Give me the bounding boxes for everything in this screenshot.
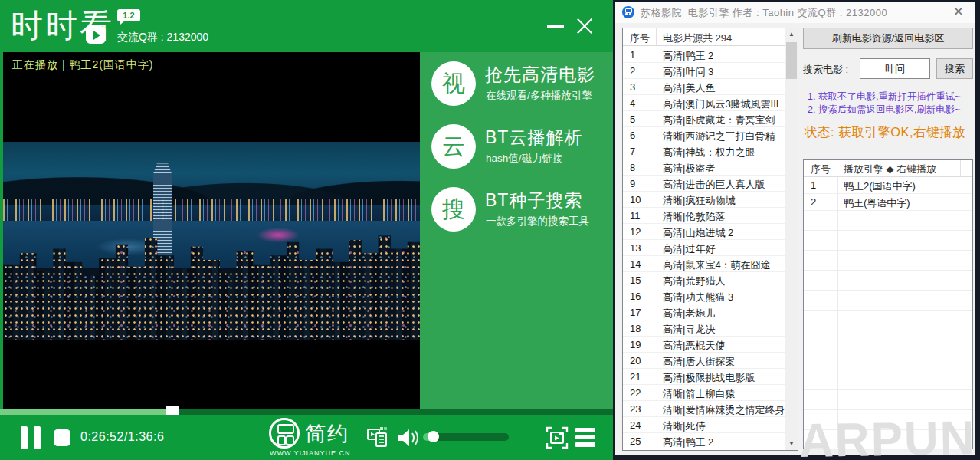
movie-row-title: 高清|极限挑战电影版 bbox=[657, 369, 785, 384]
movie-row-index: 23 bbox=[623, 401, 657, 416]
movie-row[interactable]: 20 高清|唐人街探案 bbox=[623, 353, 785, 369]
movie-row-title: 高清|卧虎藏龙：青冥宝剑 bbox=[657, 111, 785, 127]
movie-row-title: 清晰|爱情麻辣烫之情定终身 bbox=[657, 401, 785, 416]
scroll-down-icon[interactable]: ▼ bbox=[785, 438, 798, 450]
movie-row-title: 高清|老炮儿 bbox=[657, 304, 785, 320]
popup-player-icon[interactable] bbox=[546, 426, 569, 449]
movie-row-index: 13 bbox=[623, 240, 657, 255]
engine-row-index: 1 bbox=[804, 177, 837, 193]
movie-col-title: 电影片源共 294 bbox=[657, 28, 798, 45]
movie-row-title: 清晰|死侍 bbox=[657, 417, 785, 432]
volume-slider[interactable] bbox=[423, 433, 509, 441]
movie-row-title: 清晰|疯狂动物城 bbox=[657, 192, 785, 207]
refresh-movies-button[interactable]: 刷新电影资源/返回电影区 bbox=[803, 28, 973, 49]
movie-row[interactable]: 1 高清|鸭王 2 bbox=[623, 47, 785, 63]
movie-row[interactable]: 11 清晰|伦敦陷落 bbox=[623, 208, 785, 224]
movie-row-index: 9 bbox=[623, 176, 657, 191]
engine-col-index: 序号 bbox=[804, 160, 837, 176]
movie-row-index: 15 bbox=[623, 272, 657, 288]
movie-row[interactable]: 14 高清|鼠来宝4：萌在囧途 bbox=[623, 256, 785, 272]
search-input[interactable] bbox=[860, 58, 930, 79]
movie-row[interactable]: 10 清晰|疯狂动物城 bbox=[623, 192, 785, 208]
seek-bar[interactable] bbox=[0, 409, 613, 415]
engine-row[interactable]: 2 鸭王(粤语中字) bbox=[804, 194, 972, 211]
menu-item-subtitle: 一款多引擎的搜索工具 bbox=[486, 215, 589, 228]
movie-row[interactable]: 21 高清|极限挑战电影版 bbox=[623, 369, 785, 385]
movie-row-title: 清晰|箭士柳白猿 bbox=[657, 385, 785, 400]
playlist-icon[interactable] bbox=[366, 426, 389, 449]
movie-row-index: 2 bbox=[623, 63, 657, 78]
plugin-window: 苏格影院_电影引擎 作者 : Taohin 交流Q群 : 2132000 ✕ 序… bbox=[613, 0, 980, 460]
video-frame bbox=[3, 142, 420, 340]
engine-row[interactable]: 1 鸭王2(国语中字) bbox=[804, 177, 972, 194]
menu-circle-icon: 视 bbox=[431, 61, 476, 106]
plugin-window-body: 苏格影院_电影引擎 作者 : Taohin 交流Q群 : 2132000 ✕ 序… bbox=[615, 2, 975, 455]
movie-list-scrollbar[interactable]: ▲ ▼ bbox=[785, 28, 798, 450]
movie-row[interactable]: 22 清晰|箭士柳白猿 bbox=[623, 385, 785, 401]
engine-row-title: 鸭王(粤语中字) bbox=[837, 194, 972, 210]
menu-item[interactable]: 云 BT云播解析 hash值/磁力链接 bbox=[420, 121, 613, 178]
movie-row[interactable]: 19 高清|恶棍天使 bbox=[623, 337, 785, 353]
stop-button[interactable] bbox=[54, 429, 70, 446]
movie-row[interactable]: 3 高清|美人鱼 bbox=[623, 79, 785, 95]
movie-row[interactable]: 4 高清|澳门风云3赌城風雲III bbox=[623, 95, 785, 111]
menu-icon[interactable] bbox=[575, 428, 595, 447]
status-text: 状态: 获取引擎OK,右键播放 bbox=[805, 124, 965, 141]
qq-group-label: 交流Q群 : 2132000 bbox=[117, 31, 208, 44]
movie-row[interactable]: 17 高清|老炮儿 bbox=[623, 304, 785, 320]
movie-row[interactable]: 8 高清|极盗者 bbox=[623, 159, 785, 176]
movie-row[interactable]: 7 高清|神战：权力之眼 bbox=[623, 143, 785, 159]
movie-row-index: 10 bbox=[623, 192, 657, 207]
movie-row-title: 高清|极盗者 bbox=[657, 159, 785, 175]
movie-row-index: 11 bbox=[623, 208, 657, 223]
movie-row[interactable]: 9 高清|进击的巨人真人版 bbox=[623, 176, 785, 192]
scroll-up-icon[interactable]: ▲ bbox=[785, 28, 798, 41]
search-button[interactable]: 搜索 bbox=[936, 58, 973, 79]
engine-row-title: 鸭王2(国语中字) bbox=[837, 177, 972, 193]
movie-row[interactable]: 6 清晰|西游记之三打白骨精 bbox=[623, 127, 785, 143]
time-display: 0:26:52/1:36:6 bbox=[80, 430, 164, 444]
pause-button[interactable] bbox=[21, 426, 41, 449]
movie-row[interactable]: 23 清晰|爱情麻辣烫之情定终身 bbox=[623, 401, 785, 417]
movie-row-index: 21 bbox=[623, 369, 657, 384]
plugin-app-icon bbox=[622, 6, 634, 18]
movie-row-title: 高清|美人鱼 bbox=[657, 79, 785, 94]
menu-item[interactable]: 搜 BT种子搜索 一款多引擎的搜索工具 bbox=[420, 184, 613, 241]
yijianyue-logo-icon bbox=[269, 418, 300, 449]
movie-row-title: 高清|澳门风云3赌城風雲III bbox=[657, 95, 785, 110]
movie-row-title: 高清|神战：权力之眼 bbox=[657, 143, 785, 159]
movie-row-index: 3 bbox=[623, 79, 657, 94]
movie-row[interactable]: 5 高清|卧虎藏龙：青冥宝剑 bbox=[623, 111, 785, 127]
brand-url: WWW.YIJIANYUE.CN bbox=[270, 449, 351, 457]
engine-table-divider bbox=[837, 177, 838, 448]
watermark: ARPUN bbox=[798, 410, 976, 460]
screen: 时时看 1.2 交流Q群 : 2132000 正在播放 | 鸭王2(国语中字) … bbox=[0, 0, 980, 460]
movie-row-title: 高清|山炮进城 2 bbox=[657, 224, 785, 239]
movie-row-index: 24 bbox=[623, 417, 657, 432]
movie-row[interactable]: 13 高清|过年好 bbox=[623, 240, 785, 256]
video-area[interactable]: 正在播放 | 鸭王2(国语中字) bbox=[0, 52, 420, 409]
menu-circle-icon: 云 bbox=[431, 124, 476, 169]
movie-row-index: 12 bbox=[623, 224, 657, 239]
menu-item-subtitle: 在线观看/多种播放引擎 bbox=[486, 89, 592, 103]
volume-icon[interactable] bbox=[396, 427, 419, 449]
movie-row-index: 4 bbox=[623, 95, 657, 110]
scrollbar-thumb[interactable] bbox=[786, 42, 797, 79]
movie-row[interactable]: 12 高清|山炮进城 2 bbox=[623, 224, 785, 240]
engine-table-header: 序号 播放引擎 ◆ 右键播放 bbox=[804, 160, 972, 177]
movie-row-index: 22 bbox=[623, 385, 657, 400]
movie-row[interactable]: 24 清晰|死侍 bbox=[623, 417, 785, 433]
tip-line-1: 1. 获取不了电影,重新打开插件重试~ bbox=[808, 90, 961, 104]
movie-row-title: 高清|叶问 3 bbox=[657, 63, 785, 78]
movie-row[interactable]: 15 高清|荒野猎人 bbox=[623, 272, 785, 288]
close-button[interactable] bbox=[575, 17, 594, 35]
volume-handle[interactable] bbox=[428, 431, 439, 442]
minimize-button[interactable] bbox=[547, 25, 564, 28]
menu-item[interactable]: 视 抢先高清电影 在线观看/多种播放引擎 bbox=[420, 58, 613, 115]
movie-row-title: 高清|进击的巨人真人版 bbox=[657, 176, 785, 191]
movie-row[interactable]: 18 高清|寻龙决 bbox=[623, 320, 785, 337]
movie-row[interactable]: 25 高清|鸭王 2 bbox=[623, 433, 785, 449]
now-playing-label: 正在播放 | 鸭王2(国语中字) bbox=[12, 58, 154, 72]
movie-row[interactable]: 2 高清|叶问 3 bbox=[623, 63, 785, 79]
movie-row[interactable]: 16 高清|功夫熊猫 3 bbox=[623, 288, 785, 304]
